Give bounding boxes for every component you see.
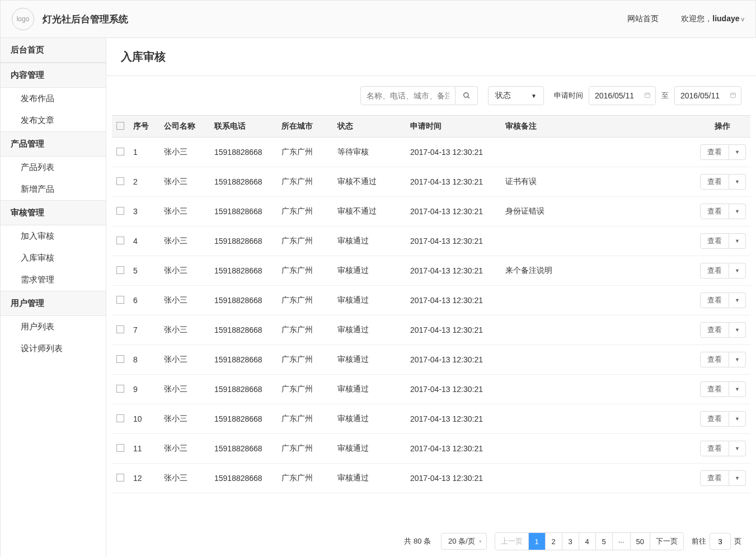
sidebar-item[interactable]: 发布作品 <box>1 88 106 110</box>
cell-company: 张小三 <box>159 138 210 167</box>
view-button[interactable]: 查看 <box>700 174 729 190</box>
row-checkbox[interactable] <box>116 385 124 393</box>
sidebar-group-title[interactable]: 用户管理 <box>1 291 106 316</box>
date-from-input[interactable]: 2016/05/11 <box>589 86 656 105</box>
home-link[interactable]: 网站首页 <box>627 14 659 24</box>
view-button[interactable]: 查看 <box>700 411 729 427</box>
row-action-dropdown[interactable]: ▼ <box>729 411 746 427</box>
pager-page[interactable]: 3 <box>562 533 579 550</box>
row-action-dropdown[interactable]: ▼ <box>729 470 746 486</box>
pager-page[interactable]: 4 <box>579 533 596 550</box>
date-from-value: 2016/05/11 <box>595 91 634 100</box>
cell-phone: 15918828668 <box>210 315 277 345</box>
pager-page[interactable]: 5 <box>596 533 613 550</box>
pager-page[interactable]: 50 <box>631 533 650 550</box>
table-row: 8张小三15918828668广东广州审核通过2017-04-13 12:30:… <box>112 345 750 375</box>
row-action-dropdown[interactable]: ▼ <box>729 233 746 249</box>
pager-page[interactable]: 1 <box>529 533 546 550</box>
cell-status: 审核不通过 <box>333 167 406 197</box>
sidebar-group-title[interactable]: 后台首页 <box>1 38 106 63</box>
sidebar: 后台首页内容管理发布作品发布文章产品管理产品列表新增产品审核管理加入审核入库审核… <box>0 38 106 557</box>
view-button[interactable]: 查看 <box>700 263 729 278</box>
sidebar-item[interactable]: 发布文章 <box>1 110 106 131</box>
pager-list: 上一页12345···50下一页 <box>495 532 684 550</box>
cell-city: 广东广州 <box>277 256 333 286</box>
row-checkbox[interactable] <box>116 474 124 482</box>
cell-company: 张小三 <box>159 434 210 464</box>
row-action-dropdown[interactable]: ▼ <box>729 322 746 338</box>
row-action-dropdown[interactable]: ▼ <box>729 204 746 219</box>
sidebar-item[interactable]: 产品列表 <box>1 157 106 178</box>
view-button[interactable]: 查看 <box>700 144 729 160</box>
row-action-dropdown[interactable]: ▼ <box>729 174 746 190</box>
row-action-dropdown[interactable]: ▼ <box>729 263 746 278</box>
row-action-dropdown[interactable]: ▼ <box>729 144 746 160</box>
view-button[interactable]: 查看 <box>700 204 729 219</box>
sidebar-item[interactable]: 用户列表 <box>1 316 106 338</box>
sidebar-item[interactable]: 新增产品 <box>1 178 106 200</box>
cell-status: 审核通过 <box>333 345 406 375</box>
sidebar-item[interactable]: 需求管理 <box>1 269 106 291</box>
table-body: 1张小三15918828668广东广州等待审核2017-04-13 12:30:… <box>112 138 750 493</box>
view-button[interactable]: 查看 <box>700 322 729 338</box>
user-menu[interactable]: 欢迎您，liudayev <box>681 14 744 24</box>
pager-next[interactable]: 下一页 <box>650 533 683 550</box>
row-action-dropdown[interactable]: ▼ <box>729 381 746 397</box>
sidebar-item[interactable]: 入库审核 <box>1 247 106 269</box>
page-size-select[interactable]: 20 条/页 ▾ <box>441 533 487 550</box>
row-checkbox[interactable] <box>116 444 124 452</box>
cell-remark <box>501 315 694 345</box>
select-all-checkbox[interactable] <box>116 122 124 130</box>
cell-phone: 15918828668 <box>210 286 277 315</box>
cell-index: 3 <box>129 197 159 226</box>
cell-phone: 15918828668 <box>210 226 277 256</box>
row-checkbox[interactable] <box>116 207 124 215</box>
cell-status: 审核不通过 <box>333 197 406 226</box>
cell-remark <box>501 345 694 375</box>
row-checkbox[interactable] <box>116 414 124 422</box>
pager-prev[interactable]: 上一页 <box>495 533 529 550</box>
row-checkbox[interactable] <box>116 237 124 244</box>
row-checkbox[interactable] <box>116 355 124 363</box>
row-checkbox[interactable] <box>116 325 124 333</box>
view-button[interactable]: 查看 <box>700 470 729 486</box>
row-checkbox[interactable] <box>116 177 124 185</box>
logo[interactable]: logo <box>12 8 34 30</box>
cell-phone: 15918828668 <box>210 345 277 375</box>
date-to-input[interactable]: 2016/05/11 <box>674 86 741 105</box>
sidebar-group-title[interactable]: 审核管理 <box>1 201 106 225</box>
view-button[interactable]: 查看 <box>700 292 729 308</box>
row-checkbox[interactable] <box>116 266 124 274</box>
cell-index: 5 <box>129 256 159 286</box>
caret-down-icon: ▼ <box>735 209 740 214</box>
search-button[interactable] <box>456 86 478 105</box>
search-input[interactable] <box>360 86 456 105</box>
caret-down-icon: ▼ <box>735 327 740 333</box>
row-checkbox[interactable] <box>116 296 124 304</box>
row-action-dropdown[interactable]: ▼ <box>729 292 746 308</box>
cell-phone: 15918828668 <box>210 138 277 167</box>
pager-jump-input[interactable] <box>710 533 731 550</box>
view-button[interactable]: 查看 <box>700 352 729 367</box>
sidebar-item[interactable]: 设计师列表 <box>1 338 106 360</box>
cell-status: 审核通过 <box>333 286 406 315</box>
col-header-index: 序号 <box>129 116 159 138</box>
sidebar-group-title[interactable]: 内容管理 <box>1 63 106 88</box>
cell-remark: 来个备注说明 <box>501 256 694 286</box>
cell-status: 审核通过 <box>333 434 406 464</box>
row-action-dropdown[interactable]: ▼ <box>729 352 746 367</box>
status-select[interactable]: 状态 ▼ <box>488 86 544 105</box>
view-button[interactable]: 查看 <box>700 233 729 249</box>
row-action-dropdown[interactable]: ▼ <box>729 441 746 456</box>
row-checkbox[interactable] <box>116 148 124 155</box>
cell-company: 张小三 <box>159 167 210 197</box>
sidebar-item[interactable]: 加入审核 <box>1 225 106 247</box>
col-header-status: 状态 <box>333 116 406 138</box>
view-button[interactable]: 查看 <box>700 381 729 397</box>
pager-page[interactable]: 2 <box>546 533 562 550</box>
cell-company: 张小三 <box>159 315 210 345</box>
view-button[interactable]: 查看 <box>700 441 729 456</box>
pager-total: 共 80 条 <box>404 536 431 546</box>
sidebar-group-title[interactable]: 产品管理 <box>1 132 106 157</box>
cell-remark <box>501 375 694 404</box>
